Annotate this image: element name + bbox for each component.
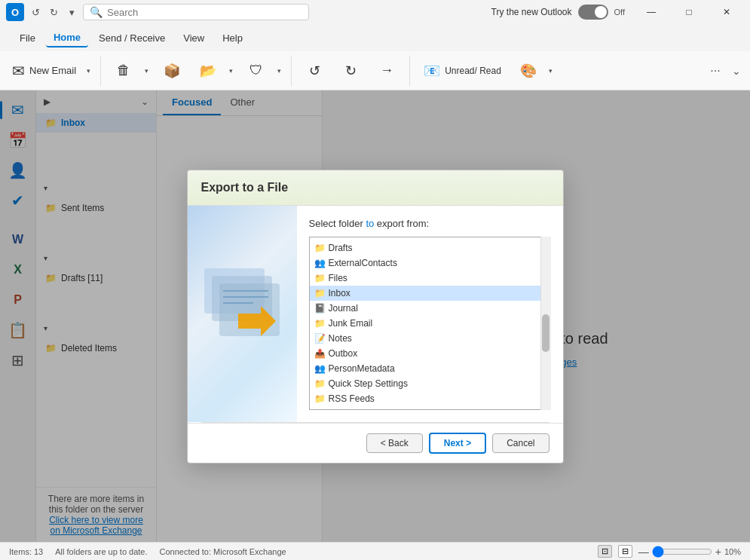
search-input[interactable] [107, 7, 288, 18]
tree-folder-icon-inbox: 📁 [314, 288, 326, 298]
folder-tree-inner: 📁 Drafts 👥 ExternalContacts 📁 Files [310, 237, 550, 409]
more-ribbon-button[interactable]: ··· [705, 60, 726, 81]
unread-label: Unread/ Read [445, 66, 501, 76]
delete-group: 🗑 ▾ [107, 59, 152, 83]
tree-item-drafts[interactable]: 📁 Drafts [310, 240, 550, 256]
unread-button[interactable]: 📧 Unread/ Read [416, 54, 509, 87]
tree-item-outbox[interactable]: 📤 Outbox [310, 346, 550, 361]
tree-item-notes[interactable]: 📝 Notes [310, 331, 550, 346]
tree-label-rss: RSS Feeds [329, 393, 375, 404]
delete-button[interactable]: 🗑 [107, 60, 140, 81]
tree-item-journal[interactable]: 📓 Journal [310, 301, 550, 316]
tree-label-notes: Notes [329, 333, 352, 344]
tree-folder-icon-notes: 📝 [314, 333, 326, 344]
menu-help[interactable]: Help [215, 29, 250, 47]
search-icon: 🔍 [90, 6, 103, 18]
v-scrollbar-thumb [542, 314, 549, 352]
try-outlook-section: Try the new Outlook Off [491, 5, 625, 20]
tree-item-files[interactable]: 📁 Files [310, 271, 550, 286]
tree-item-external[interactable]: 👥 ExternalContacts [310, 256, 550, 271]
view-compact-button[interactable]: ⊟ [618, 545, 632, 558]
to-highlight: to [366, 218, 374, 229]
archive-button[interactable]: 📦 [155, 60, 188, 82]
refresh-button[interactable]: ↺ [29, 5, 42, 19]
cancel-button[interactable]: Cancel [492, 433, 549, 453]
title-bar-right: Try the new Outlook Off — □ ✕ [491, 0, 744, 24]
v-scrollbar[interactable] [540, 237, 551, 410]
items-count: Items: 13 [9, 547, 43, 556]
tree-label-quickstep: Quick Step Settings [329, 378, 408, 389]
new-email-button[interactable]: ✉ New Email [6, 59, 82, 83]
menu-send-receive[interactable]: Send / Receive [91, 29, 173, 47]
new-email-dropdown[interactable]: ▾ [82, 59, 94, 83]
dropdown-title-button[interactable]: ▾ [65, 5, 78, 19]
menu-file[interactable]: File [12, 29, 43, 47]
back-button[interactable]: < Back [366, 433, 423, 453]
view-normal-button[interactable]: ⊡ [598, 545, 612, 558]
h-scrollbar[interactable] [310, 409, 550, 410]
modal-footer: < Back Next > Cancel [188, 423, 563, 463]
undo-title-button[interactable]: ↻ [47, 5, 60, 19]
tree-item-quickstep[interactable]: 📁 Quick Step Settings [310, 376, 550, 391]
menu-bar: File Home Send / Receive View Help [0, 24, 750, 51]
redo-icon: ↻ [345, 63, 357, 79]
tree-item-rss[interactable]: 📁 RSS Feeds [310, 391, 550, 406]
zoom-control: — + 10% [638, 546, 741, 558]
safe-icon: 🛡 [249, 63, 263, 78]
tree-item-junk[interactable]: 📁 Junk Email [310, 316, 550, 331]
delete-dropdown[interactable]: ▾ [140, 59, 152, 83]
next-button[interactable]: Next > [429, 433, 486, 454]
ribbon-sep-3 [409, 56, 410, 86]
tree-label-drafts: Drafts [329, 243, 353, 253]
forward-button[interactable]: → [370, 60, 403, 81]
title-bar: O ↺ ↻ ▾ 🔍 Try the new Outlook Off — □ ✕ [0, 0, 750, 24]
tree-item-personmeta[interactable]: 👥 PersonMetadata [310, 361, 550, 376]
maximize-button[interactable]: □ [672, 0, 706, 24]
menu-home[interactable]: Home [46, 29, 88, 47]
tree-label-inbox: Inbox [329, 288, 351, 298]
zoom-out-button[interactable]: — [638, 546, 649, 558]
minimize-button[interactable]: — [634, 0, 669, 24]
select-folder-label: Select folder to export from: [309, 218, 551, 229]
zoom-slider[interactable] [652, 546, 712, 558]
tree-folder-icon-quickstep: 📁 [314, 378, 326, 389]
color-button[interactable]: 🎨 [512, 60, 545, 82]
tree-folder-icon-external: 👥 [314, 258, 326, 268]
search-box[interactable]: 🔍 [83, 4, 309, 20]
modal-body: Select folder to export from: 📁 Drafts [188, 206, 563, 422]
ribbon-collapse-button[interactable]: ⌄ [729, 62, 744, 80]
export-dialog: Export to a File [187, 170, 564, 464]
archive-group: 📦 [155, 60, 188, 82]
move-icon: 📂 [200, 63, 216, 79]
move-group: 📂 ▾ [191, 59, 237, 83]
folder-tree[interactable]: 📁 Drafts 👥 ExternalContacts 📁 Files [309, 237, 551, 410]
move-button[interactable]: 📂 [191, 60, 225, 82]
export-illustration [197, 238, 287, 389]
move-dropdown[interactable]: ▾ [225, 59, 237, 83]
safe-button[interactable]: 🛡 [240, 60, 273, 81]
tree-label-personmeta: PersonMetadata [329, 363, 395, 374]
tree-label-junk: Junk Email [329, 318, 373, 329]
tree-folder-icon-rss: 📁 [314, 393, 326, 404]
redo-button[interactable]: ↻ [334, 60, 367, 82]
close-button[interactable]: ✕ [709, 0, 744, 24]
color-group: 🎨 ▾ [512, 59, 557, 83]
safe-dropdown[interactable]: ▾ [273, 59, 285, 83]
zoom-in-button[interactable]: + [715, 546, 721, 558]
tree-folder-icon-personmeta: 👥 [314, 363, 326, 374]
tree-label-journal: Journal [329, 303, 358, 314]
modal-content: Select folder to export from: 📁 Drafts [297, 206, 563, 422]
modal-title: Export to a File [201, 181, 289, 194]
tree-item-inbox[interactable]: 📁 Inbox [310, 286, 550, 301]
title-bar-left: O ↺ ↻ ▾ 🔍 [6, 3, 309, 21]
menu-view[interactable]: View [176, 29, 212, 47]
ribbon-sep-1 [100, 56, 101, 86]
modal-header: Export to a File [188, 170, 563, 206]
folder-tree-wrapper[interactable]: 📁 Drafts 👥 ExternalContacts 📁 Files [309, 237, 551, 410]
undo-button[interactable]: ↺ [298, 60, 331, 82]
ribbon-sep-2 [291, 56, 292, 86]
tree-folder-icon-junk: 📁 [314, 318, 326, 329]
tree-folder-icon-journal: 📓 [314, 303, 326, 314]
outlook-toggle[interactable] [578, 5, 608, 20]
color-dropdown[interactable]: ▾ [545, 59, 557, 83]
